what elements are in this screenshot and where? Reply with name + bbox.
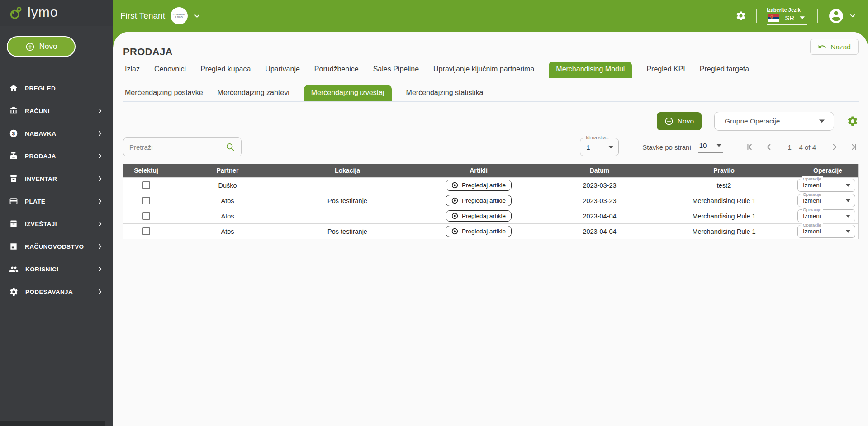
tab-uparivanje[interactable]: Uparivanje	[265, 62, 299, 78]
caret-down-icon	[716, 144, 721, 147]
chevron-down-icon	[193, 12, 201, 20]
table-row: Atos Pos testiranje Pregledaj artikle 20…	[123, 193, 858, 208]
money-icon: $	[9, 129, 18, 138]
tab-mercendajzing-izvestaj[interactable]: Merčendajzing izveštaj	[304, 85, 392, 101]
operations-select[interactable]: Operacije Izmeni	[797, 194, 855, 207]
tab-pregled-kpi[interactable]: Pregled KPI	[646, 62, 685, 78]
table-row: Atos Pos testiranje Pregledaj artikle 20…	[123, 223, 858, 239]
sidebar-item-plate[interactable]: PLATE	[0, 190, 113, 213]
operations-select-label: Operacije	[802, 192, 823, 197]
row-checkbox[interactable]	[142, 212, 150, 220]
row-checkbox[interactable]	[142, 197, 150, 204]
operations-select[interactable]: Operacije Izmeni	[797, 179, 855, 192]
sidebar-item-izvestaji[interactable]: IZVEŠTAJI	[0, 213, 113, 235]
topbar: First Tenant COMPANY LOGO Izaberite Jezi…	[113, 0, 868, 32]
eye-icon	[451, 213, 458, 219]
caret-down-icon	[846, 199, 850, 202]
row-checkbox[interactable]	[142, 181, 150, 189]
tab-izlaz[interactable]: Izlaz	[125, 62, 140, 78]
sidebar-item-racunovodstvo[interactable]: RAČUNOVODSTVO	[0, 235, 113, 258]
tab-porudzbenice[interactable]: Porudžbenice	[314, 62, 359, 78]
column-header-artikli: Artikli	[408, 167, 549, 174]
column-header-selektuj: Selektuj	[123, 167, 169, 174]
column-header-pravilo: Pravilo	[650, 167, 797, 174]
view-articles-button[interactable]: Pregledaj artikle	[446, 180, 512, 191]
filter-row: Idi na stra... 1 Stavke po strani 10 1 –…	[123, 137, 859, 156]
previous-page-button[interactable]	[764, 142, 774, 152]
language-selector[interactable]: Izaberite Jezik SR	[767, 7, 807, 25]
goto-page-select[interactable]: Idi na stra... 1	[580, 138, 619, 156]
per-page-select[interactable]: 10	[698, 142, 724, 153]
caret-down-icon	[608, 146, 613, 149]
view-articles-button[interactable]: Pregledaj artikle	[446, 195, 512, 206]
sidebar-item-prodaja[interactable]: PRODAJA	[0, 145, 113, 167]
cell-partner: Atos	[169, 213, 286, 220]
table-row: Atos Pregledaj artikle 2023-04-04 Mercha…	[123, 208, 858, 223]
view-articles-button[interactable]: Pregledaj artikle	[446, 210, 512, 222]
group-operations-select[interactable]: Grupne Operacije	[714, 112, 834, 131]
first-page-button[interactable]	[745, 142, 755, 152]
tab-mercendajzing-zahtevi[interactable]: Merčendajzing zahtevi	[218, 85, 289, 101]
operations-select-label: Operacije	[802, 222, 823, 227]
novo-button[interactable]: Novo	[657, 112, 702, 130]
home-icon	[9, 84, 18, 93]
tab-sales-pipeline[interactable]: Sales Pipeline	[373, 62, 419, 78]
serbian-flag-icon	[768, 14, 779, 22]
eye-icon	[451, 228, 458, 235]
sidebar-item-racuni[interactable]: RAČUNI	[0, 99, 113, 122]
lymo-logo-icon	[9, 6, 24, 20]
cell-partner: Atos	[169, 228, 286, 235]
row-checkbox[interactable]	[142, 227, 150, 235]
column-header-datum: Datum	[549, 167, 650, 174]
sidebar-item-label: RAČUNI	[25, 108, 90, 114]
cell-pravilo: Merchandising Rule 1	[650, 197, 797, 204]
horizontal-scrollbar-thumb[interactable]	[0, 421, 105, 426]
search-icon[interactable]	[225, 142, 235, 152]
tab-pregled-targeta[interactable]: Pregled targeta	[700, 62, 749, 78]
goto-page-label: Idi na stra...	[584, 135, 611, 140]
avatar-icon	[828, 8, 844, 24]
operations-select[interactable]: Operacije Izmeni	[797, 209, 855, 222]
table-settings-gear-icon[interactable]	[847, 115, 859, 127]
operations-select[interactable]: Operacije Izmeni	[797, 225, 855, 238]
sidebar-novo-button[interactable]: Novo	[7, 36, 76, 57]
tab-pregled-kupaca[interactable]: Pregled kupaca	[200, 62, 251, 78]
group-operations-label: Grupne Operacije	[725, 117, 780, 125]
tab-mercendajzing-statistika[interactable]: Merčendajzing statistika	[406, 85, 484, 101]
sidebar-item-pregled[interactable]: PREGLED	[0, 77, 113, 99]
chevron-right-icon	[97, 108, 103, 114]
cell-lokacija: Pos testiranje	[286, 197, 408, 204]
next-page-button[interactable]	[830, 142, 840, 152]
topbar-divider	[756, 9, 757, 23]
wallet-icon	[9, 197, 18, 206]
sidebar-item-korisnici[interactable]: KORISNICI	[0, 258, 113, 280]
user-menu[interactable]	[828, 8, 856, 24]
view-articles-label: Pregledaj artikle	[462, 197, 506, 204]
gear-icon[interactable]	[735, 10, 746, 21]
last-page-button[interactable]	[849, 142, 859, 152]
tenant-selector[interactable]: First Tenant COMPANY LOGO	[120, 7, 201, 24]
novo-label: Novo	[678, 117, 694, 125]
tab-merchandising-modul[interactable]: Merchandising Modul	[549, 62, 632, 78]
cell-lokacija: Pos testiranje	[286, 228, 408, 235]
sidebar-item-podesavanja[interactable]: PODEŠAVANJA	[0, 280, 113, 303]
search-input[interactable]	[129, 143, 225, 151]
view-articles-label: Pregledaj artikle	[462, 182, 506, 189]
chevron-right-icon	[97, 130, 103, 137]
operations-select-value: Izmeni	[803, 213, 821, 219]
company-logo-badge: COMPANY LOGO	[171, 7, 188, 24]
view-articles-button[interactable]: Pregledaj artikle	[446, 226, 512, 237]
sidebar-item-inventar[interactable]: INVENTAR	[0, 167, 113, 190]
tab-mercendajzing-postavke[interactable]: Merčendajzing postavke	[125, 85, 203, 101]
reports-box-icon	[9, 219, 18, 228]
plus-circle-icon	[664, 117, 674, 126]
sidebar-item-label: IZVEŠTAJI	[25, 221, 90, 227]
language-label: Izaberite Jezik	[767, 7, 801, 13]
column-header-partner: Partner	[169, 167, 286, 174]
tab-cenovnici[interactable]: Cenovnici	[154, 62, 186, 78]
sidebar-item-nabavka[interactable]: $ NABAVKA	[0, 122, 113, 145]
tab-upravljanje-kljucnim-partnerima[interactable]: Upravljanje ključnim partnerima	[433, 62, 534, 78]
sidebar-item-label: NABAVKA	[25, 130, 90, 137]
back-button[interactable]: Nazad	[810, 39, 859, 55]
plus-circle-icon	[25, 42, 35, 52]
